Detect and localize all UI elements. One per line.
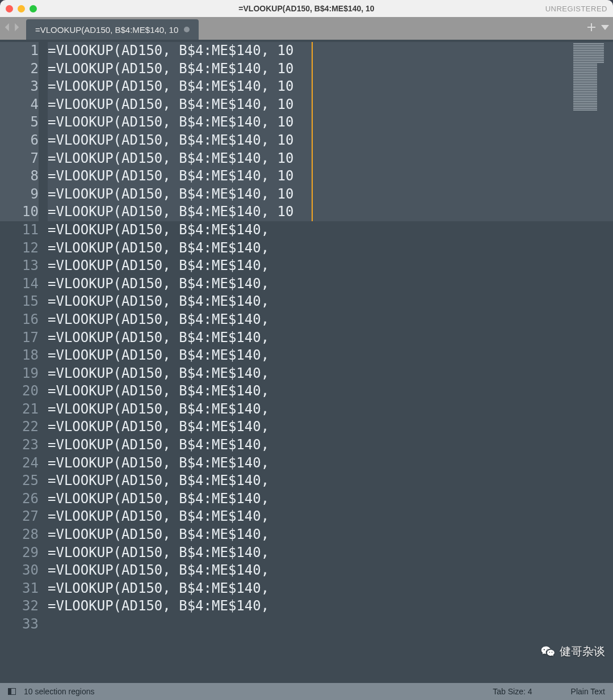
line-number: 13 xyxy=(0,257,39,275)
code-line[interactable]: =VLOOKUP(AD150, B$4:ME$140, 10 xyxy=(48,78,613,96)
code-line[interactable]: =VLOOKUP(AD150, B$4:ME$140, xyxy=(48,490,613,508)
code-line[interactable]: =VLOOKUP(AD150, B$4:ME$140, xyxy=(48,436,613,454)
line-number: 18 xyxy=(0,347,39,365)
line-number: 4 xyxy=(0,96,39,114)
code-line[interactable]: =VLOOKUP(AD150, B$4:ME$140, xyxy=(48,454,613,473)
close-window-button[interactable] xyxy=(6,5,13,12)
code-line[interactable]: =VLOOKUP(AD150, B$4:ME$140, 10 xyxy=(48,185,613,204)
code-line[interactable]: =VLOOKUP(AD150, B$4:ME$140, 10 xyxy=(48,132,613,150)
wechat-icon xyxy=(540,645,556,659)
line-number: 32 xyxy=(0,597,39,615)
code-line[interactable]: =VLOOKUP(AD150, B$4:ME$140, 10 xyxy=(48,113,613,132)
code-line[interactable] xyxy=(48,615,613,634)
code-line[interactable]: =VLOOKUP(AD150, B$4:ME$140, xyxy=(48,508,613,526)
tab-size-button[interactable]: Tab Size: 4 xyxy=(493,687,532,696)
code-line[interactable]: =VLOOKUP(AD150, B$4:ME$140, xyxy=(48,400,613,419)
multi-cursor-caret xyxy=(312,42,313,221)
tab-strip: =VLOOKUP(AD150, B$4:ME$140, 10 xyxy=(0,17,613,40)
line-number: 12 xyxy=(0,239,39,258)
line-number: 10 xyxy=(0,203,39,221)
file-tab[interactable]: =VLOOKUP(AD150, B$4:ME$140, 10 xyxy=(26,19,199,40)
line-number: 11 xyxy=(0,221,39,239)
watermark: 健哥杂谈 xyxy=(540,644,605,659)
window-title: =VLOOKUP(AD150, B$4:ME$140, 10 xyxy=(0,4,613,13)
line-number: 20 xyxy=(0,382,39,400)
line-number: 3 xyxy=(0,78,39,96)
code-line[interactable]: =VLOOKUP(AD150, B$4:ME$140, xyxy=(48,580,613,598)
code-line[interactable]: =VLOOKUP(AD150, B$4:ME$140, xyxy=(48,562,613,580)
nav-back-button[interactable] xyxy=(3,23,11,33)
registration-label: UNREGISTERED xyxy=(545,5,607,13)
code-line[interactable]: =VLOOKUP(AD150, B$4:ME$140, 10 xyxy=(48,150,613,168)
zoom-window-button[interactable] xyxy=(30,5,37,12)
selection-status[interactable]: 10 selection regions xyxy=(24,687,95,696)
code-line[interactable]: =VLOOKUP(AD150, B$4:ME$140, xyxy=(48,329,613,347)
code-line[interactable]: =VLOOKUP(AD150, B$4:ME$140, 10 xyxy=(48,60,613,78)
line-number: 22 xyxy=(0,418,39,436)
nav-forward-button[interactable] xyxy=(12,23,20,33)
line-number: 17 xyxy=(0,329,39,347)
minimize-window-button[interactable] xyxy=(18,5,25,12)
syntax-button[interactable]: Plain Text xyxy=(571,687,605,696)
line-number: 24 xyxy=(0,454,39,473)
code-line[interactable]: =VLOOKUP(AD150, B$4:ME$140, xyxy=(48,472,613,490)
code-line[interactable]: =VLOOKUP(AD150, B$4:ME$140, xyxy=(48,293,613,311)
text-editor[interactable]: 1234567891011121314151617181920212223242… xyxy=(0,40,613,683)
file-tab-label: =VLOOKUP(AD150, B$4:ME$140, 10 xyxy=(35,25,178,35)
window-titlebar: =VLOOKUP(AD150, B$4:ME$140, 10 UNREGISTE… xyxy=(0,0,613,17)
code-line[interactable]: =VLOOKUP(AD150, B$4:ME$140, xyxy=(48,347,613,365)
code-line[interactable]: =VLOOKUP(AD150, B$4:ME$140, xyxy=(48,365,613,383)
line-number: 23 xyxy=(0,436,39,454)
code-line[interactable]: =VLOOKUP(AD150, B$4:ME$140, xyxy=(48,221,613,239)
line-number: 21 xyxy=(0,400,39,419)
code-line[interactable]: =VLOOKUP(AD150, B$4:ME$140, xyxy=(48,311,613,329)
line-number: 2 xyxy=(0,60,39,78)
line-number: 27 xyxy=(0,508,39,526)
code-line[interactable]: =VLOOKUP(AD150, B$4:ME$140, xyxy=(48,382,613,400)
toggle-side-panel-button[interactable] xyxy=(8,688,16,695)
code-line[interactable]: =VLOOKUP(AD150, B$4:ME$140, xyxy=(48,544,613,562)
line-number: 19 xyxy=(0,365,39,383)
line-number: 28 xyxy=(0,526,39,544)
status-bar: 10 selection regions Tab Size: 4 Plain T… xyxy=(0,683,613,700)
line-number: 6 xyxy=(0,132,39,150)
tab-history-nav xyxy=(3,17,20,40)
code-line[interactable]: =VLOOKUP(AD150, B$4:ME$140, xyxy=(48,526,613,544)
traffic-lights xyxy=(6,5,37,12)
unsaved-changes-icon xyxy=(184,27,190,32)
new-tab-button[interactable] xyxy=(587,23,596,34)
line-number: 33 xyxy=(0,615,39,634)
line-number: 16 xyxy=(0,311,39,329)
code-line[interactable]: =VLOOKUP(AD150, B$4:ME$140, 10 xyxy=(48,42,613,60)
code-line[interactable]: =VLOOKUP(AD150, B$4:ME$140, xyxy=(48,239,613,258)
watermark-text: 健哥杂谈 xyxy=(560,644,605,659)
line-number: 15 xyxy=(0,293,39,311)
code-area[interactable]: =VLOOKUP(AD150, B$4:ME$140, 10=VLOOKUP(A… xyxy=(48,40,613,683)
line-number: 9 xyxy=(0,185,39,204)
code-line[interactable]: =VLOOKUP(AD150, B$4:ME$140, 10 xyxy=(48,96,613,114)
line-number: 1 xyxy=(0,42,39,60)
tab-list-dropdown-button[interactable] xyxy=(601,23,610,34)
line-number: 14 xyxy=(0,275,39,293)
line-number: 5 xyxy=(0,113,39,132)
code-line[interactable]: =VLOOKUP(AD150, B$4:ME$140, xyxy=(48,275,613,293)
line-number: 8 xyxy=(0,167,39,185)
code-line[interactable]: =VLOOKUP(AD150, B$4:ME$140, xyxy=(48,597,613,615)
line-number: 30 xyxy=(0,562,39,580)
code-line[interactable]: =VLOOKUP(AD150, B$4:ME$140, 10 xyxy=(48,203,613,221)
line-number: 26 xyxy=(0,490,39,508)
line-number: 29 xyxy=(0,544,39,562)
code-line[interactable]: =VLOOKUP(AD150, B$4:ME$140, 10 xyxy=(48,167,613,185)
line-number: 31 xyxy=(0,580,39,598)
code-line[interactable]: =VLOOKUP(AD150, B$4:ME$140, xyxy=(48,257,613,275)
line-number: 25 xyxy=(0,472,39,490)
code-line[interactable]: =VLOOKUP(AD150, B$4:ME$140, xyxy=(48,418,613,436)
line-number: 7 xyxy=(0,150,39,168)
line-number-gutter: 1234567891011121314151617181920212223242… xyxy=(0,40,48,683)
